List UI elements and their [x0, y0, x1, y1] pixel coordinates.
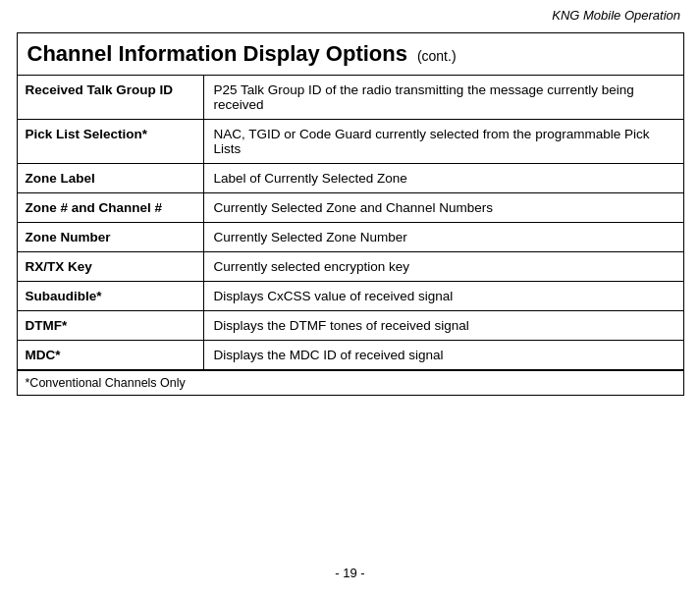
table-row: Subaudible* Displays CxCSS value of rece…: [18, 282, 683, 311]
page-footer: - 19 -: [0, 566, 700, 596]
row-value-6: Displays CxCSS value of received signal: [204, 282, 683, 310]
row-label-2: Zone Label: [18, 164, 204, 192]
row-label-1: Pick List Selection*: [18, 120, 204, 163]
row-value-5: Currently selected encryption key: [204, 252, 683, 281]
row-label-7: DTMF*: [18, 311, 204, 340]
row-value-4: Currently Selected Zone Number: [204, 223, 683, 251]
table-row: RX/TX Key Currently selected encryption …: [18, 252, 683, 282]
row-label-5: RX/TX Key: [18, 252, 204, 281]
table-title-cont: (cont.): [417, 48, 457, 64]
table-row: Zone # and Channel # Currently Selected …: [18, 193, 683, 223]
row-value-8: Displays the MDC ID of received signal: [204, 341, 683, 369]
table-row: Received Talk Group ID P25 Talk Group ID…: [18, 76, 683, 120]
row-value-3: Currently Selected Zone and Channel Numb…: [204, 193, 683, 222]
page-number: - 19 -: [335, 566, 364, 580]
row-label-3: Zone # and Channel #: [18, 193, 204, 222]
row-value-0: P25 Talk Group ID of the radio transmitt…: [204, 76, 683, 119]
info-table: Channel Information Display Options (con…: [17, 32, 684, 396]
table-row: Pick List Selection* NAC, TGID or Code G…: [18, 120, 683, 164]
row-value-2: Label of Currently Selected Zone: [204, 164, 683, 192]
table-title-row: Channel Information Display Options (con…: [18, 33, 683, 76]
table-title: Channel Information Display Options: [27, 41, 407, 66]
table-row: Zone Label Label of Currently Selected Z…: [18, 164, 683, 193]
table-row: Zone Number Currently Selected Zone Numb…: [18, 223, 683, 252]
row-label-6: Subaudible*: [18, 282, 204, 310]
row-value-7: Displays the DTMF tones of received sign…: [204, 311, 683, 340]
table-row: DTMF* Displays the DTMF tones of receive…: [18, 311, 683, 341]
page-header: KNG Mobile Operation: [0, 0, 700, 27]
table-row: MDC* Displays the MDC ID of received sig…: [18, 341, 683, 370]
content-area: Channel Information Display Options (con…: [17, 32, 684, 396]
row-label-0: Received Talk Group ID: [18, 76, 204, 119]
footnote: *Conventional Channels Only: [18, 370, 683, 395]
row-label-8: MDC*: [18, 341, 204, 369]
row-label-4: Zone Number: [18, 223, 204, 251]
row-value-1: NAC, TGID or Code Guard currently select…: [204, 120, 683, 163]
